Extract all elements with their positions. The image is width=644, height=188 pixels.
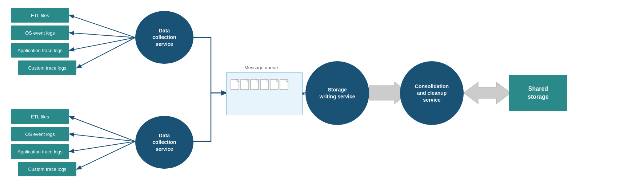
svg-line-5 [70,134,135,141]
message-queue-label: Message queue [244,65,278,70]
architecture-diagram: ETL files OS event logs Application trac… [0,0,644,188]
etl-files-1: ETL files [11,8,69,23]
consolidation-cleanup-service: Consolidation and cleanup service [400,61,464,125]
svg-line-7 [77,141,135,169]
shared-storage-box: Shared storage [509,75,567,111]
app-trace-logs-1: Application trace logs [11,43,69,58]
svg-line-4 [70,117,135,141]
svg-line-3 [77,38,135,68]
storage-writing-service: Storage writing service [305,61,369,125]
svg-line-6 [70,141,135,152]
svg-line-0 [70,15,135,38]
custom-trace-logs-1: Custom trace logs [18,60,76,75]
svg-line-1 [70,33,135,38]
consolidation-to-shared-arrow [464,82,511,104]
custom-trace-logs-2: Custom trace logs [18,162,76,176]
etl-files-2: ETL files [11,109,69,124]
svg-marker-17 [464,82,511,104]
os-event-logs-2: OS event logs [11,127,69,141]
data-collection-service-2: Data collection service [135,116,193,169]
os-event-logs-1: OS event logs [11,26,69,40]
data-collection-service-1: Data collection service [135,11,193,64]
svg-line-2 [70,38,135,50]
queue-documents [229,76,302,112]
app-trace-logs-2: Application trace logs [11,144,69,159]
